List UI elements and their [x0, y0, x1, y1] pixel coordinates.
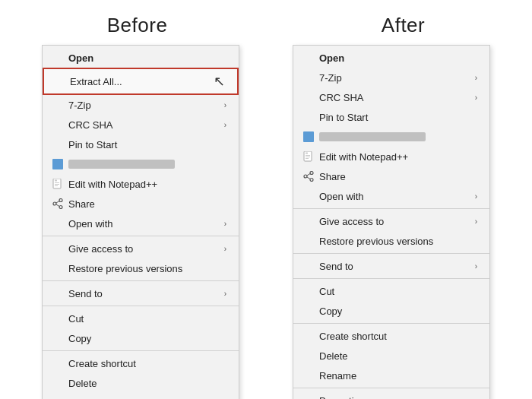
separator-after-sendto: [293, 278, 489, 279]
svg-point-8: [59, 206, 62, 209]
menu-item-label-restore: Restore previous versions: [319, 236, 433, 247]
before-label: Before: [107, 14, 168, 37]
cursor-indicator: ↖: [214, 73, 225, 90]
menu-item-share[interactable]: Share: [43, 194, 239, 214]
separator-after-openwith: [43, 236, 239, 236]
menu-item-notepad[interactable]: Edit with Notepad++: [293, 147, 489, 166]
createshortcut-icon: [52, 357, 64, 369]
svg-line-21: [307, 177, 310, 179]
svg-rect-12: [304, 151, 312, 161]
menu-item-label-cut: Cut: [319, 286, 334, 297]
svg-line-10: [56, 204, 59, 207]
giveaccess-icon: [302, 215, 315, 227]
menu-item-label-createshortcut: Create shortcut: [319, 331, 387, 342]
menu-item-open[interactable]: Open: [43, 48, 239, 68]
submenu-arrow-7zip: ›: [475, 74, 477, 82]
svg-rect-11: [303, 131, 314, 142]
separator-after-restore: [43, 280, 239, 281]
sendto-icon: [302, 260, 315, 272]
submenu-arrow-giveaccess: ›: [475, 217, 477, 226]
share-icon: [302, 170, 315, 182]
menu-item-7zip[interactable]: 7-Zip›: [293, 68, 489, 87]
menu-item-delete[interactable]: Delete: [43, 373, 239, 393]
cut-icon: [302, 285, 315, 297]
separator-after-openwith: [293, 208, 489, 209]
svg-point-7: [53, 202, 56, 205]
menu-item-giveaccess[interactable]: Give access to›: [293, 211, 489, 231]
submenu-arrow-crcsha: ›: [224, 121, 226, 129]
submenu-arrow-crcsha: ›: [475, 93, 477, 102]
open-icon: [302, 52, 315, 64]
giveaccess-icon: [52, 242, 64, 255]
menu-item-createshortcut[interactable]: Create shortcut: [43, 353, 239, 373]
menu-item-openwith[interactable]: Open with›: [293, 186, 489, 206]
panels-container: OpenExtract All...↖7-Zip›CRC SHA›Pin to …: [0, 45, 532, 399]
menu-item-label-openwith: Open with: [319, 191, 364, 202]
menu-item-label-7zip: 7-Zip: [68, 100, 91, 111]
createshortcut-icon: [302, 330, 315, 342]
restore-icon: [302, 235, 315, 247]
menu-item-share[interactable]: Share: [293, 166, 489, 186]
svg-rect-0: [52, 159, 63, 169]
svg-line-9: [56, 201, 59, 203]
menu-item-properties[interactable]: Properties: [293, 391, 489, 399]
menu-item-createshortcut[interactable]: Create shortcut: [293, 326, 489, 346]
svg-point-17: [310, 172, 313, 175]
menu-item-label-restore: Restore previous versions: [68, 263, 182, 274]
submenu-arrow-sendto: ›: [224, 290, 226, 298]
submenu-arrow-openwith: ›: [224, 220, 226, 228]
menu-item-sendto[interactable]: Send to›: [293, 256, 489, 276]
openwith-icon: [302, 190, 315, 202]
menu-item-open[interactable]: Open: [293, 48, 489, 68]
open-icon: [52, 52, 64, 64]
menu-item-sendto[interactable]: Send to›: [43, 283, 239, 303]
menu-item-7zip[interactable]: 7-Zip›: [43, 95, 239, 115]
notepad-icon: [302, 150, 315, 163]
menu-item-rename[interactable]: Rename: [43, 393, 239, 399]
menu-item-cut[interactable]: Cut: [43, 309, 239, 328]
pintostart-icon: [52, 138, 64, 150]
svg-point-19: [310, 179, 313, 182]
svg-rect-2: [55, 180, 57, 182]
menu-item-crcsha[interactable]: CRC SHA›: [43, 115, 239, 135]
notepad-icon: [52, 178, 64, 190]
separator-after-copy: [43, 350, 239, 351]
menu-item-notepad[interactable]: Edit with Notepad++: [43, 174, 239, 194]
menu-item-delete[interactable]: Delete: [293, 346, 489, 366]
before-context-menu: OpenExtract All...↖7-Zip›CRC SHA›Pin to …: [42, 45, 239, 399]
menu-item-pintostart[interactable]: Pin to Start: [43, 135, 239, 154]
menu-item-label-sendto: Send to: [319, 261, 353, 272]
svg-rect-13: [306, 153, 308, 154]
menu-item-pintostart[interactable]: Pin to Start: [293, 107, 489, 127]
crcsha-icon: [302, 91, 315, 103]
menu-item-label-sendto: Send to: [68, 288, 103, 299]
menu-item-openwith[interactable]: Open with›: [43, 214, 239, 233]
share-icon: [52, 198, 64, 210]
copy-icon: [302, 305, 315, 317]
menu-item-restore[interactable]: Restore previous versions: [293, 231, 489, 251]
submenu-arrow-openwith: ›: [475, 192, 477, 201]
pintostart-icon: [302, 111, 315, 123]
menu-item-restore[interactable]: Restore previous versions: [43, 258, 239, 278]
menu-item-giveaccess[interactable]: Give access to›: [43, 239, 239, 258]
svg-point-18: [304, 175, 307, 178]
menu-item-copy[interactable]: Copy: [293, 301, 489, 321]
menu-item-crcsha[interactable]: CRC SHA›: [293, 87, 489, 107]
menu-item-blurred[interactable]: [43, 154, 239, 174]
7zip-icon: [52, 99, 64, 111]
menu-item-extract[interactable]: Extract All...↖: [43, 68, 239, 95]
blurred-icon: [52, 158, 64, 170]
separator-after-rename: [293, 388, 489, 388]
menu-item-rename[interactable]: Rename: [293, 366, 489, 385]
delete-icon: [302, 350, 315, 362]
blurred-icon: [302, 131, 315, 143]
menu-item-copy[interactable]: Copy: [43, 328, 239, 348]
delete-icon: [52, 377, 64, 389]
menu-item-label-crcsha: CRC SHA: [68, 119, 113, 131]
menu-item-label-cut: Cut: [68, 313, 84, 325]
7zip-icon: [302, 71, 315, 84]
menu-item-label-pintostart: Pin to Start: [68, 139, 117, 150]
menu-item-blurred[interactable]: [293, 127, 489, 147]
menu-item-label-copy: Copy: [68, 333, 91, 344]
menu-item-cut[interactable]: Cut: [293, 281, 489, 301]
